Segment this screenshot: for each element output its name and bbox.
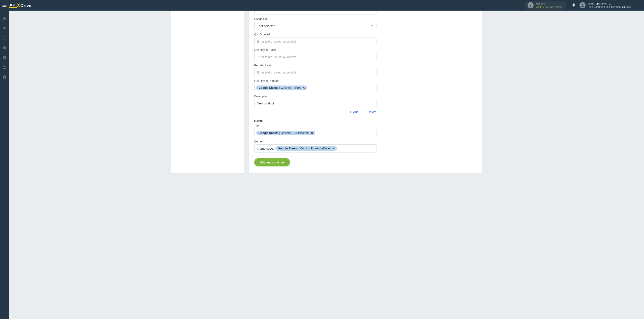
briefcase-icon[interactable] — [2, 46, 7, 50]
qty-ordered-label: Qty Ordered — [254, 32, 376, 36]
user-icon[interactable] — [2, 65, 7, 70]
sitemap-icon[interactable] — [2, 26, 7, 30]
title-input[interactable]: Google Sheets | Column Q: «Discount» ✕ — [254, 129, 376, 137]
title-token[interactable]: Google Sheets | Column Q: «Discount» ✕ — [256, 131, 316, 135]
content-input[interactable]: promo code: Google Sheets | Column R: «A… — [254, 144, 376, 152]
brand-logo[interactable]: APIXDrive — [9, 2, 31, 8]
content-prefix: promo code: — [257, 147, 274, 150]
user-plan: Plan |Start| left until payment 31 days — [588, 5, 632, 8]
title-label: Title — [254, 124, 376, 128]
notifications-button[interactable] — [572, 3, 576, 8]
user-menu[interactable]: demo_apix-drive_s2 Plan |Start| left unt… — [580, 2, 642, 9]
qty-stock-label: Quantity in Stock — [254, 48, 376, 52]
description-input[interactable] — [254, 99, 376, 107]
partial-input-top[interactable] — [254, 10, 376, 14]
form-panel: Usage Unit - not selected - Qty Ordered — [248, 10, 482, 173]
chevron-down-icon — [639, 4, 642, 7]
info-icon: i — [528, 2, 534, 8]
qty-ordered-input[interactable] — [254, 37, 376, 46]
qty-demand-label: Quantity in Demand — [254, 78, 376, 82]
qty-stock-input[interactable] — [254, 53, 376, 61]
topbar: APIXDrive i Actions: 25'140 / 50'000(50%… — [0, 0, 644, 10]
content-token[interactable]: Google Sheets | Column R: «ApiX-Drive» ✕ — [276, 146, 337, 151]
usage-unit-select[interactable]: - not selected - — [254, 22, 376, 30]
brand-x: X — [17, 2, 20, 8]
remove-token-icon[interactable]: ✕ — [302, 86, 305, 89]
chevron-down-icon — [370, 24, 374, 28]
actions-label: Actions: — [536, 2, 562, 5]
edit-continue-button[interactable]: Edit and continue — [254, 158, 290, 166]
bell-icon — [572, 3, 576, 7]
avatar-icon — [580, 2, 586, 8]
reorder-label: Reorder Level — [254, 63, 376, 67]
left-panel — [171, 10, 244, 173]
brand-drive: Drive — [20, 3, 31, 8]
plus-icon — [349, 110, 352, 114]
usage-unit-value: - not selected - — [257, 24, 277, 28]
remove-token-icon[interactable]: ✕ — [311, 131, 313, 134]
home-icon[interactable] — [2, 16, 7, 21]
qty-demand-input[interactable]: Google Sheets | Column P: «50» ✕ — [254, 84, 376, 92]
reorder-input[interactable] — [254, 68, 376, 76]
qty-demand-token[interactable]: Google Sheets | Column P: «50» ✕ — [256, 86, 307, 90]
row-actions: Add Delete — [254, 110, 376, 114]
menu-toggle-button[interactable] — [2, 2, 7, 8]
actions-usage-pill[interactable]: i Actions: 25'140 / 50'000(50%) — [526, 1, 566, 10]
user-name: demo_apix-drive_s2 — [588, 2, 632, 5]
description-label: Description — [254, 94, 376, 98]
notes-heading: Notes — [254, 119, 376, 122]
minus-icon — [364, 110, 366, 114]
sidebar-rail — [0, 10, 9, 319]
remove-token-icon[interactable]: ✕ — [332, 147, 335, 150]
delete-button[interactable]: Delete — [364, 110, 376, 114]
content-label: Content — [254, 139, 376, 143]
dollar-icon[interactable] — [2, 36, 7, 40]
brand-api: API — [9, 3, 17, 8]
actions-numbers: 25'140 / 50'000(50%) — [536, 5, 562, 8]
add-button[interactable]: Add — [349, 110, 358, 114]
question-icon[interactable] — [2, 75, 7, 80]
usage-unit-label: Usage Unit — [254, 16, 376, 20]
youtube-icon[interactable] — [2, 55, 7, 60]
